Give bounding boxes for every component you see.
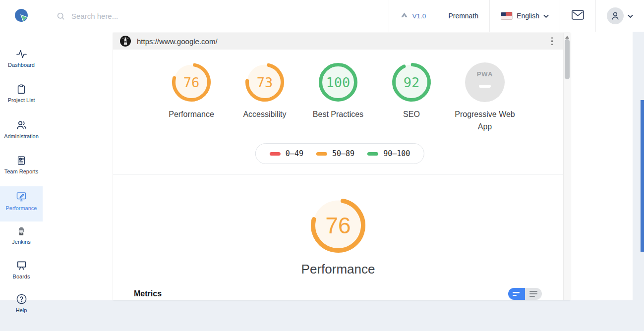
monitor-rocket-icon	[15, 191, 27, 203]
gauge-accessibility[interactable]: 73Accessibility	[228, 62, 301, 133]
report-url: https://www.google.com/	[137, 37, 218, 46]
version-badge[interactable]: V1.0	[389, 0, 437, 32]
list-view-button[interactable]	[525, 288, 542, 300]
gauge-score: 73	[245, 62, 285, 102]
legend-range: 50–89	[332, 149, 354, 158]
user-name: Premnath	[448, 12, 478, 20]
messages-button[interactable]	[560, 0, 595, 32]
pwa-dash-icon	[479, 85, 491, 88]
legend-dash-icon	[270, 152, 281, 156]
search-icon	[56, 11, 65, 21]
user-menu[interactable]	[595, 0, 644, 32]
lighthouse-icon	[120, 36, 131, 47]
pwa-badge: PWA	[465, 70, 505, 78]
sidebar-item-dashboard[interactable]: Dashboard	[0, 48, 43, 68]
language-label: English	[517, 12, 539, 20]
activity-icon	[16, 48, 27, 59]
sidebar-item-label: Help	[16, 307, 27, 313]
legend-item: 50–89	[316, 149, 354, 158]
score-gauges: 76Performance73Accessibility100Best Prac…	[113, 62, 563, 133]
us-flag-icon	[501, 12, 513, 20]
report-scrollbar-thumb[interactable]	[565, 39, 570, 79]
score-legend: 0–4950–8990–100	[255, 143, 424, 164]
sidebar-item-label: Dashboard	[8, 62, 35, 68]
app-window: V1.0 Premnath English	[0, 0, 644, 331]
page-scrollbar-thumb[interactable]	[641, 100, 644, 252]
sidebar-item-label: Boards	[13, 274, 30, 279]
main-gauge-score: 76	[310, 198, 366, 253]
chevron-down-icon	[543, 11, 549, 20]
gauge-score: 100	[318, 62, 358, 102]
gauge-label: Best Practices	[313, 108, 363, 120]
sidebar-item-label: Jenkins	[12, 239, 30, 245]
scroll-up-icon[interactable]	[565, 36, 569, 39]
language-selector[interactable]: English	[489, 0, 560, 32]
gauge-score: 76	[172, 62, 211, 102]
main-performance-gauge[interactable]: 76Performance	[113, 198, 563, 277]
sidebar-item-label: Project List	[8, 97, 35, 103]
report-icon	[16, 155, 27, 166]
search-input[interactable]	[70, 11, 221, 21]
gauge-label: Performance	[169, 108, 214, 120]
sidebar-item-administration[interactable]: Administration	[0, 119, 43, 139]
sidebar-item-jenkins[interactable]: Jenkins	[0, 225, 43, 245]
more-menu-icon[interactable]	[550, 36, 555, 47]
sidebar-item-label: Administration	[4, 133, 39, 139]
legend-item: 90–100	[367, 149, 410, 158]
section-divider	[113, 174, 563, 174]
gauge-pwa[interactable]: PWAProgressive Web App	[448, 62, 522, 133]
report-url-bar: https://www.google.com/	[113, 33, 563, 50]
legend-range: 0–49	[286, 149, 303, 158]
sidebar-item-boards[interactable]: Boards	[0, 260, 43, 279]
filter-view-button[interactable]	[508, 288, 525, 300]
lighthouse-report-card: https://www.google.com/ 76Performance73A…	[113, 33, 570, 300]
legend-dash-icon	[316, 152, 327, 156]
user-name-button[interactable]: Premnath	[437, 0, 489, 32]
gauge-label: Progressive Web App	[448, 108, 522, 133]
jenkins-icon	[16, 225, 27, 236]
gauge-best-practices[interactable]: 100Best Practices	[301, 62, 375, 133]
gauge-label: SEO	[403, 108, 420, 120]
metrics-section-header: Metrics	[134, 287, 542, 300]
sidebar-item-label: Performance	[6, 205, 37, 211]
legend-dash-icon	[367, 152, 378, 156]
help-icon	[16, 293, 27, 305]
app-logo-icon[interactable]	[13, 7, 30, 24]
gauge-label: Accessibility	[243, 108, 286, 120]
metrics-heading: Metrics	[134, 289, 162, 298]
sidebar-item-help[interactable]: Help	[0, 293, 43, 313]
header: V1.0 Premnath English	[0, 0, 644, 32]
legend-range: 90–100	[383, 149, 410, 158]
sidebar-item-performance[interactable]: Performance	[0, 186, 43, 221]
gauge-score: 92	[392, 62, 431, 102]
metrics-view-toggle	[508, 288, 542, 300]
gauge-performance[interactable]: 76Performance	[155, 62, 228, 133]
users-icon	[16, 119, 27, 131]
version-label: V1.0	[412, 12, 426, 20]
board-icon	[16, 260, 27, 271]
sidebar: DashboardProject ListAdministrationTeam …	[0, 32, 43, 300]
chevron-down-icon	[628, 11, 633, 20]
avatar	[607, 7, 624, 24]
report-scrollbar[interactable]	[563, 33, 570, 300]
gauge-seo[interactable]: 92SEO	[375, 62, 448, 133]
clipboard-icon	[16, 84, 27, 95]
sidebar-item-label: Team Reports	[4, 168, 38, 174]
sidebar-item-project-list[interactable]: Project List	[0, 84, 43, 103]
legend-item: 0–49	[270, 149, 303, 158]
mail-icon	[571, 9, 585, 22]
version-icon	[400, 11, 409, 21]
sidebar-item-team-reports[interactable]: Team Reports	[0, 155, 43, 174]
search-box	[56, 11, 389, 21]
main-gauge-label: Performance	[301, 262, 375, 277]
